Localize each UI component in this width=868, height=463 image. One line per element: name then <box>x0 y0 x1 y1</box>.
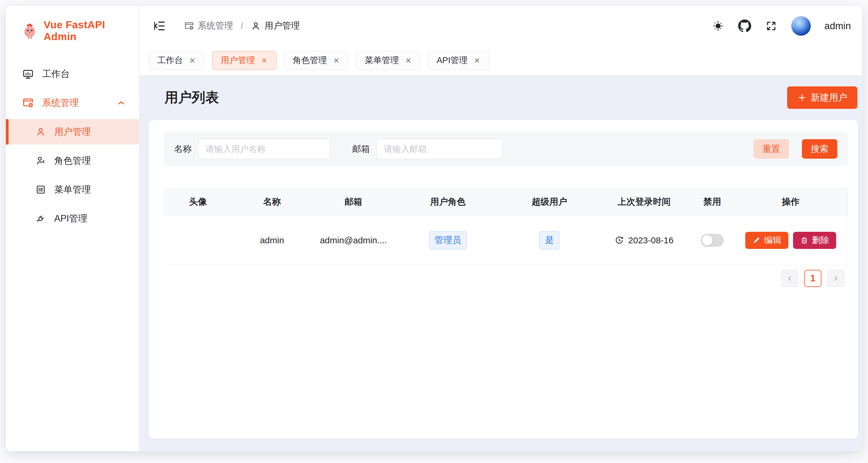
sidebar-item-label: 角色管理 <box>54 155 91 167</box>
col-name: 名称 <box>232 196 312 208</box>
name-filter-input[interactable] <box>198 139 331 159</box>
col-role: 用户角色 <box>395 196 501 208</box>
tab-users[interactable]: 用户管理 <box>212 51 276 70</box>
page-number-button[interactable]: 1 <box>804 270 822 287</box>
sidebar-item-label: 工作台 <box>42 68 70 80</box>
col-avatar: 头像 <box>164 196 232 208</box>
user-role-icon <box>35 156 46 166</box>
edit-button-label: 编辑 <box>764 234 781 246</box>
email-filter-input[interactable] <box>376 139 503 159</box>
sidebar-item-roles[interactable]: 角色管理 <box>6 148 139 173</box>
actions-cell: 编辑 删除 <box>734 232 847 249</box>
delete-button-label: 删除 <box>812 234 829 246</box>
header-actions: admin <box>712 16 851 36</box>
monitor-icon <box>22 68 34 80</box>
sidebar-collapse-icon[interactable] <box>153 20 166 32</box>
col-actions: 操作 <box>734 196 847 208</box>
theme-toggle-sun-icon[interactable] <box>712 20 724 32</box>
close-icon[interactable] <box>405 57 412 64</box>
window-gear-icon <box>184 21 194 31</box>
col-last-login: 上次登录时间 <box>598 196 690 208</box>
add-user-button[interactable]: 新建用户 <box>787 87 857 109</box>
disabled-cell <box>690 234 734 247</box>
user-icon <box>35 127 46 137</box>
col-disabled: 禁用 <box>690 196 734 208</box>
plus-icon <box>797 93 807 102</box>
delete-button[interactable]: 删除 <box>793 232 836 249</box>
user-icon <box>251 21 261 31</box>
email-cell: admin@admin.... <box>312 235 395 245</box>
breadcrumb-parent-label: 系统管理 <box>198 20 233 32</box>
table-row: admin admin@admin.... 管理员 是 <box>164 215 848 265</box>
tab-api[interactable]: API管理 <box>428 51 489 70</box>
page-title-row: 用户列表 新建用户 <box>149 75 858 120</box>
top-header: 系统管理 / 用户管理 <box>139 6 862 46</box>
sidebar-item-label: API管理 <box>54 212 87 225</box>
role-tag: 管理员 <box>429 231 467 250</box>
tab-roles[interactable]: 角色管理 <box>284 51 348 70</box>
pencil-icon <box>752 236 761 244</box>
breadcrumb-separator: / <box>241 21 243 31</box>
sidebar-item-label: 用户管理 <box>54 126 91 138</box>
tab-label: 工作台 <box>157 55 183 66</box>
page-content: 用户列表 新建用户 名称 邮箱 重置 <box>139 75 862 451</box>
next-page-button[interactable] <box>827 270 844 287</box>
brand-logo[interactable]: Vue FastAPI Admin <box>6 6 139 42</box>
sidebar-item-menus[interactable]: 菜单管理 <box>6 177 139 202</box>
page-title: 用户列表 <box>165 89 219 107</box>
name-cell: admin <box>232 235 312 245</box>
list-icon <box>35 184 46 195</box>
chick-logo-icon <box>21 22 38 39</box>
col-email: 邮箱 <box>312 196 395 208</box>
close-icon[interactable] <box>189 57 196 64</box>
tab-label: API管理 <box>437 55 468 66</box>
sidebar-item-label: 菜单管理 <box>54 184 91 196</box>
tab-label: 角色管理 <box>293 55 327 66</box>
github-icon[interactable] <box>738 20 751 32</box>
edit-button[interactable]: 编辑 <box>745 232 788 249</box>
tab-workbench[interactable]: 工作台 <box>149 51 205 70</box>
window-gear-icon <box>22 97 34 109</box>
name-filter-label: 名称 <box>174 143 192 155</box>
search-button[interactable]: 搜索 <box>802 139 837 159</box>
plug-icon <box>35 213 46 224</box>
sidebar-item-label: 系统管理 <box>42 97 79 109</box>
sidebar-item-workbench[interactable]: 工作台 <box>6 61 139 87</box>
app-window: Vue FastAPI Admin 工作台 <box>6 6 862 451</box>
reset-button[interactable]: 重置 <box>753 139 789 159</box>
sidebar-item-users[interactable]: 用户管理 <box>6 119 139 144</box>
sidebar-menu: 工作台 系统管理 <box>6 61 139 231</box>
close-icon[interactable] <box>261 57 268 64</box>
tab-label: 菜单管理 <box>365 55 399 66</box>
close-icon[interactable] <box>473 57 480 64</box>
superuser-cell: 是 <box>501 231 598 250</box>
fullscreen-icon[interactable] <box>765 20 778 32</box>
last-login-cell: 2023-08-16 <box>598 235 690 245</box>
col-superuser: 超级用户 <box>501 196 598 208</box>
clock-history-icon <box>615 236 624 245</box>
disabled-toggle[interactable] <box>701 234 724 247</box>
add-user-button-label: 新建用户 <box>811 91 847 104</box>
tabs-bar: 工作台 用户管理 角色管理 菜单管理 <box>139 46 862 75</box>
email-filter-label: 邮箱 <box>352 143 370 155</box>
breadcrumb-current[interactable]: 用户管理 <box>251 20 300 32</box>
prev-page-button[interactable] <box>781 270 798 287</box>
pagination: 1 <box>163 270 848 287</box>
close-icon[interactable] <box>333 57 340 64</box>
trash-icon <box>800 236 808 244</box>
user-avatar[interactable] <box>791 16 811 36</box>
sidebar-item-system[interactable]: 系统管理 <box>6 90 139 115</box>
sidebar: Vue FastAPI Admin 工作台 <box>6 6 139 451</box>
tab-menus[interactable]: 菜单管理 <box>356 51 421 70</box>
sidebar-item-api[interactable]: API管理 <box>6 206 139 231</box>
breadcrumb-current-label: 用户管理 <box>265 20 300 32</box>
superuser-tag: 是 <box>539 231 559 250</box>
user-list-card: 名称 邮箱 重置 搜索 头像 名称 邮箱 用户角色 超 <box>149 120 858 438</box>
main-area: 系统管理 / 用户管理 <box>139 6 862 451</box>
username-label[interactable]: admin <box>824 20 851 32</box>
tab-label: 用户管理 <box>221 55 255 66</box>
filter-bar: 名称 邮箱 重置 搜索 <box>163 132 848 166</box>
breadcrumb: 系统管理 / 用户管理 <box>184 20 300 32</box>
breadcrumb-system[interactable]: 系统管理 <box>184 20 233 32</box>
chevron-up-icon <box>117 98 126 108</box>
